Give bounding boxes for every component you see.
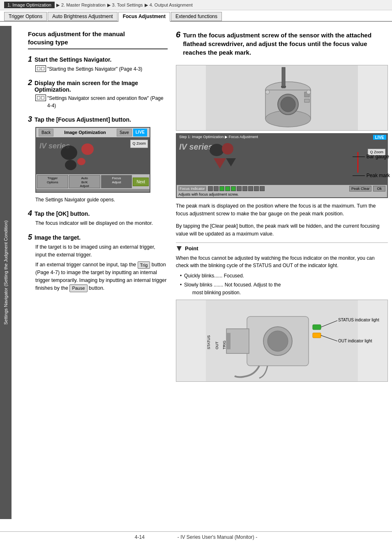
step-4-heading: 4 Tap the [OK] button. (28, 209, 168, 218)
svg-rect-5 (281, 86, 286, 88)
step-6-title-row: 6 Turn the focus adjustment screw of the… (176, 30, 388, 61)
bar-seg-4 (225, 186, 230, 191)
bar-seg-2 (214, 186, 219, 191)
save-button[interactable]: Save (117, 129, 132, 136)
svg-text:STATUS: STATUS (207, 335, 211, 349)
bullet-item-1: Quickly blinks...... Focused. (180, 272, 388, 280)
anno-line-1 (353, 157, 365, 157)
svg-point-11 (307, 90, 311, 94)
ui-footer: TriggerOptions AutoBr/ΚAdjust FocusAdjus… (36, 174, 150, 189)
main-content: 4 Settings Navigator (Setting the Judgme… (0, 22, 392, 523)
shape-2 (222, 143, 233, 155)
step-5-num: 5 (28, 233, 32, 242)
step-1-heading: 1 Start the Settings Navigator. (28, 55, 168, 64)
svg-text:OUT: OUT (215, 342, 219, 350)
anno-line-2 (353, 175, 365, 176)
pause-button: Pause (69, 284, 87, 292)
svg-point-10 (265, 90, 270, 94)
triangle-1 (214, 158, 226, 169)
tab-extended-functions[interactable]: Extended functions (171, 12, 222, 21)
tab-focus-adjustment[interactable]: Focus Adjustment (118, 12, 170, 22)
step-6-heading-area: 6 Turn the focus adjustment screw of the… (176, 30, 388, 61)
ui-title: Image Optimization (64, 129, 106, 136)
sensor-diagram-svg: STATUS indicator light OUT indicator lig… (176, 300, 387, 382)
next-button[interactable]: Next (133, 178, 149, 186)
manual-title: - IV Series User's Manual (Monitor) - (178, 534, 257, 540)
nav-arrow-2: ▶ (107, 2, 111, 8)
point-label: Point (185, 245, 198, 252)
zoom-button[interactable]: Q Zoom (130, 140, 148, 148)
step-4-num: 4 (28, 209, 32, 218)
trig-button: Trig (138, 261, 150, 269)
bar-seg-7 (242, 186, 247, 191)
iv-s2-footer: Focus Indicator (177, 185, 387, 197)
bar-seg-10 (260, 186, 265, 191)
peak-clear-button[interactable]: Peak Clear (349, 186, 372, 192)
bar-seg-3 (219, 186, 224, 191)
step-1-body: ☐☐ "Starting the Settings Navigator" (Pa… (35, 65, 168, 73)
blob-1 (61, 145, 77, 160)
back-button[interactable]: Back (39, 129, 53, 136)
bar-seg-1 (208, 186, 213, 191)
step-5-body1: If the target is to be imaged using an e… (35, 243, 168, 259)
ref-icon-1: ☐☐ (35, 65, 46, 72)
trigger-options-btn[interactable]: TriggerOptions (37, 175, 68, 188)
nav-step-3: 3. Tool Settings (112, 2, 143, 7)
content-area: Focus adjustment for the manualfocusing … (24, 26, 392, 519)
step-1-ref: ☐☐ "Starting the Settings Navigator" (Pa… (35, 65, 168, 73)
point-heading: Point (176, 245, 388, 252)
step-3-caption: The Settings Navigator guide opens. (35, 196, 168, 203)
tab-trigger-options[interactable]: Trigger Options (4, 12, 47, 21)
tab-auto-brightness[interactable]: Auto Brightness Adjustment (48, 12, 117, 21)
ui-header-right: Save LIVE (117, 129, 147, 136)
focus-diagram (176, 65, 388, 131)
svg-text:STATUS indicator light: STATUS indicator light (338, 318, 379, 322)
breadcrumb: 1. Image Optimization ▶ 2. Master Regist… (0, 0, 392, 10)
focus-adj-btn[interactable]: FocusAdjust (101, 175, 132, 188)
desc-para-1: The peak mark is displayed on the positi… (176, 202, 388, 218)
step-5-label: Image the target. (35, 234, 81, 241)
svg-text:OUT indicator light: OUT indicator light (338, 339, 372, 343)
step-6-heading: Turn the focus adjustment screw of the s… (183, 31, 388, 57)
section-title: Focus adjustment for the manualfocusing … (28, 30, 168, 49)
annotations: Bar gauge Peak mark (353, 154, 390, 178)
sidebar-label: Settings Navigator (Setting the Judgment… (0, 26, 12, 519)
point-icon (176, 245, 182, 252)
ok-button[interactable]: Ok (373, 186, 385, 192)
svg-rect-19 (313, 325, 321, 330)
iv-s2-header: Step 1: Image Optimization ▶ Focus Adjus… (177, 134, 387, 140)
step-3-body: Back Image Optimization Save LIVE IV ser… (35, 127, 168, 203)
nav-step-2: 2. Master Registration (61, 2, 106, 7)
step-1-label: Start the Settings Navigator. (35, 56, 111, 63)
step-4-body: The focus indicator will be displayed on… (35, 219, 168, 227)
adjusts-row: Adjusts with focus adjustment screw. (178, 192, 385, 196)
step-3-heading: 3 Tap the [Focus Adjustment] button. (28, 115, 168, 124)
bar-gauge-label: Bar gauge (367, 154, 389, 159)
point-box: Point When the focus cannot be adjusted … (176, 242, 388, 297)
step-2-heading: 2 Display the main screen for the ImageO… (28, 78, 168, 93)
bullet-item-2: Slowly blinks ....... Not focused. Adjus… (180, 281, 388, 296)
ref-icon-2: ☐☐ (35, 95, 46, 101)
step-2-ref: ☐☐ "Settings Navigator screen and operat… (35, 95, 168, 109)
step-5-body2: If an external trigger cannot be input, … (35, 261, 168, 292)
triangle-2 (226, 158, 236, 166)
desc-para-2: By tapping the [Clear peak] button, the … (176, 222, 388, 238)
step-2-body: ☐☐ "Settings Navigator screen and operat… (35, 95, 168, 109)
svg-rect-20 (313, 333, 321, 338)
peak-mark-label: Peak mark (367, 173, 390, 178)
svg-marker-12 (177, 246, 182, 251)
focus-indicator-row: Focus Indicator (178, 186, 385, 192)
blob-2 (81, 143, 94, 155)
tab-bar: Trigger Options Auto Brightness Adjustme… (0, 10, 392, 22)
page-footer: 4-14 - IV Series User's Manual (Monitor)… (0, 531, 392, 542)
step-3-num: 3 (28, 115, 32, 124)
bar-gauge-row (208, 186, 348, 191)
bar-seg-8 (248, 186, 253, 191)
iv-s2-series: IV series (179, 142, 213, 182)
auto-brightness-btn[interactable]: AutoBr/ΚAdjust (69, 175, 100, 188)
bar-seg-6 (237, 186, 242, 191)
svg-point-16 (267, 331, 288, 351)
blob-3 (77, 158, 85, 165)
left-column: Focus adjustment for the manualfocusing … (28, 30, 168, 515)
bar-seg-9 (254, 186, 259, 191)
